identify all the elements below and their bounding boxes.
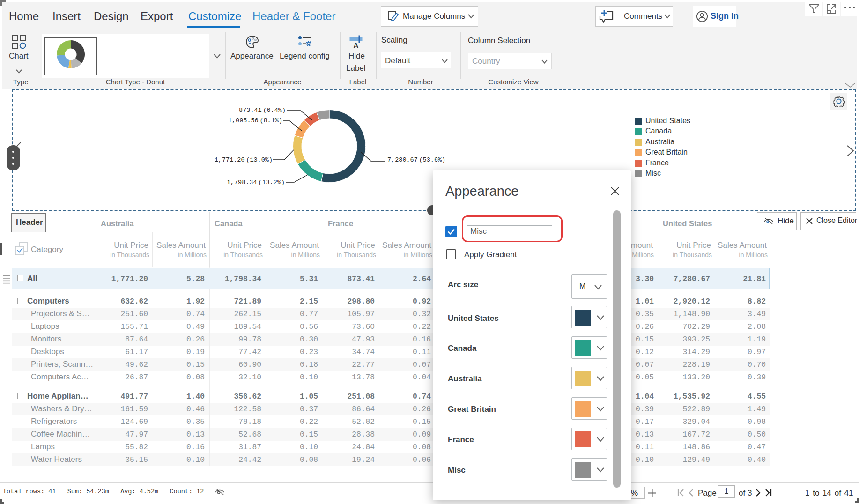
svg-text:A: A (354, 41, 359, 49)
